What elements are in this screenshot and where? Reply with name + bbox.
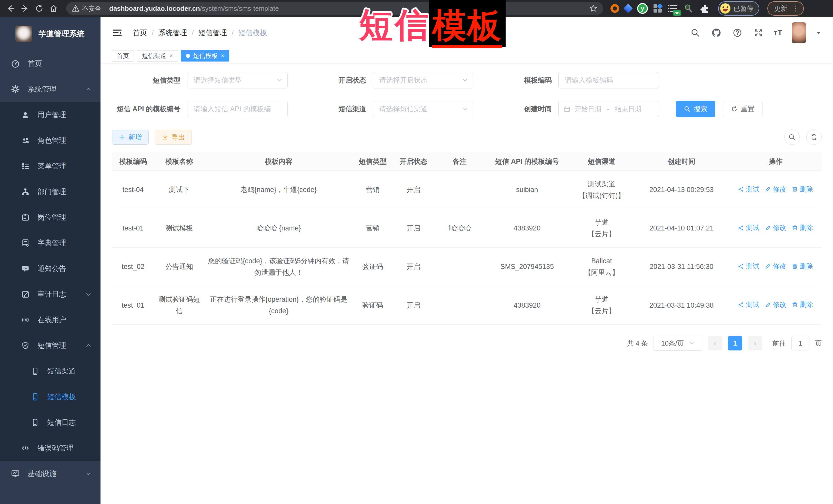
edit-link[interactable]: 修改 [765, 222, 786, 233]
extension-key-icon[interactable] [683, 3, 693, 14]
font-size-icon[interactable]: ᴛT [774, 28, 782, 37]
channel-select-input[interactable] [373, 101, 473, 117]
browser-menu-icon[interactable]: ⋮ [792, 6, 799, 11]
date-range-picker[interactable]: 开始日期 - 结束日期 [558, 101, 659, 117]
extension-y-icon[interactable]: y [637, 3, 648, 14]
extension-list-icon[interactable]: on [667, 4, 677, 13]
api-template-id-input[interactable] [187, 101, 288, 117]
tab-sms-channel[interactable]: 短信渠道× [137, 50, 178, 62]
col-header: 短信 API 的模板编号 [484, 152, 570, 171]
export-button[interactable]: 导出 [155, 130, 192, 145]
cell-code: test_01 [112, 286, 154, 325]
sidebar-item-notices[interactable]: 通知公告 [0, 256, 100, 282]
user-avatar[interactable] [792, 22, 806, 43]
sidebar-item-system[interactable]: 系统管理 [0, 76, 100, 102]
header-search-button[interactable] [690, 27, 701, 39]
edit-link[interactable]: 修改 [765, 261, 786, 272]
tab-close-icon[interactable]: × [169, 52, 173, 59]
sidebar-item-sms-channel[interactable]: 短信渠道 [0, 358, 100, 384]
page-number-1[interactable]: 1 [728, 336, 742, 351]
add-button[interactable]: 新增 [112, 130, 149, 145]
sidebar-item-menus[interactable]: 菜单管理 [0, 153, 100, 179]
sidebar-item-sms-template[interactable]: 短信模板 [0, 384, 100, 410]
sidebar-item-audit-log[interactable]: 审计日志 [0, 282, 100, 307]
test-link[interactable]: 测试 [738, 261, 759, 272]
browser-back-button[interactable] [5, 3, 17, 14]
breadcrumb-item[interactable]: 短信管理 [198, 28, 227, 38]
sidebar-item-roles[interactable]: 角色管理 [0, 128, 100, 153]
bookmark-star-icon[interactable] [589, 4, 598, 13]
status-select[interactable] [373, 72, 473, 89]
tab-sms-template[interactable]: 短信模板× [181, 50, 229, 62]
test-link[interactable]: 测试 [738, 184, 759, 195]
github-icon[interactable] [711, 27, 722, 39]
delete-link[interactable]: 删除 [792, 299, 813, 310]
delete-link[interactable]: 删除 [792, 261, 813, 272]
browser-update-button[interactable]: 更新 ⋮ [767, 1, 804, 16]
sidebar-item-label: 短信渠道 [47, 366, 76, 376]
extension-ring-icon[interactable] [611, 4, 619, 13]
edit-link[interactable]: 修改 [765, 184, 786, 195]
goto-page-input[interactable] [791, 336, 809, 351]
sidebar-item-error-codes[interactable]: 错误码管理 [0, 435, 100, 461]
sidebar-item-posts[interactable]: 岗位管理 [0, 205, 100, 230]
sidebar-item-sms-log[interactable]: 短信日志 [0, 410, 100, 435]
extension-grid-icon[interactable] [653, 4, 662, 13]
test-link[interactable]: 测试 [738, 299, 759, 310]
sidebar-item-infrastructure[interactable]: 基础设施 [0, 461, 100, 486]
prev-page-button[interactable]: ‹ [708, 336, 722, 351]
status-select-input[interactable] [373, 72, 473, 89]
address-bar[interactable]: 不安全 dashboard.yudao.iocoder.cn /system/s… [66, 2, 603, 15]
edit-link[interactable]: 修改 [765, 299, 786, 310]
browser-profile-button[interactable]: 已暂停 [718, 1, 759, 16]
table-row: test-01 测试模板 哈哈哈 {name} 营销 开启 f哈哈哈 43839… [112, 209, 822, 248]
sms-type-select[interactable] [187, 72, 288, 89]
sidebar-item-dict[interactable]: 字典管理 [0, 230, 100, 256]
sidebar-item-label: 基础设施 [28, 469, 56, 479]
extension-gem-icon[interactable] [623, 4, 633, 13]
browser-reload-button[interactable] [33, 3, 45, 14]
filter-label-api-template-id: 短信 API 的模板编号 [112, 104, 187, 114]
user-menu-caret-icon[interactable] [815, 30, 822, 36]
refresh-table-button[interactable] [806, 129, 822, 145]
share-icon [738, 225, 744, 231]
reset-button[interactable]: 重置 [723, 101, 762, 117]
sidebar-item-sms[interactable]: 短信管理 [0, 333, 100, 358]
cell-code: test-01 [112, 209, 154, 248]
users-icon [21, 136, 30, 145]
hamburger-collapse-button[interactable] [112, 27, 123, 38]
test-link-label: 测试 [746, 261, 759, 272]
filter-label-sms-type: 短信类型 [112, 76, 187, 85]
search-button[interactable]: 搜索 [676, 101, 715, 117]
sms-type-select-input[interactable] [187, 72, 288, 89]
breadcrumb-item[interactable]: 首页 [133, 28, 147, 38]
test-link-label: 测试 [746, 184, 759, 195]
template-code-input[interactable] [558, 72, 659, 89]
test-link[interactable]: 测试 [738, 222, 759, 233]
delete-link[interactable]: 删除 [792, 184, 813, 195]
share-icon [738, 302, 744, 308]
next-page-button[interactable]: › [748, 336, 762, 351]
extension-on-badge: on [673, 10, 681, 16]
tab-close-icon[interactable]: × [221, 52, 224, 59]
channel-select[interactable] [373, 101, 473, 117]
sidebar-item-departments[interactable]: 部门管理 [0, 179, 100, 205]
breadcrumb-item[interactable]: 系统管理 [159, 28, 187, 38]
browser-home-button[interactable] [48, 3, 60, 14]
show-search-toggle-button[interactable] [784, 129, 800, 145]
tab-home[interactable]: 首页 [112, 50, 134, 62]
sidebar-item-home[interactable]: 首页 [0, 51, 100, 76]
sidebar-logo[interactable]: 芋道管理系统 [0, 17, 100, 51]
cell-remark [435, 248, 484, 286]
fullscreen-icon[interactable] [753, 27, 764, 39]
browser-forward-button[interactable] [19, 3, 31, 14]
help-icon[interactable] [732, 27, 743, 39]
sidebar-item-online-users[interactable]: 在线用户 [0, 307, 100, 333]
online-signal-icon [21, 316, 30, 324]
edit-link-label: 修改 [773, 222, 786, 233]
delete-link[interactable]: 删除 [792, 222, 813, 233]
sidebar-item-users[interactable]: 用户管理 [0, 102, 100, 128]
cell-status: 开启 [392, 209, 435, 248]
page-size-select[interactable]: 10条/页 [653, 336, 702, 351]
extensions-puzzle-icon[interactable] [699, 4, 709, 13]
